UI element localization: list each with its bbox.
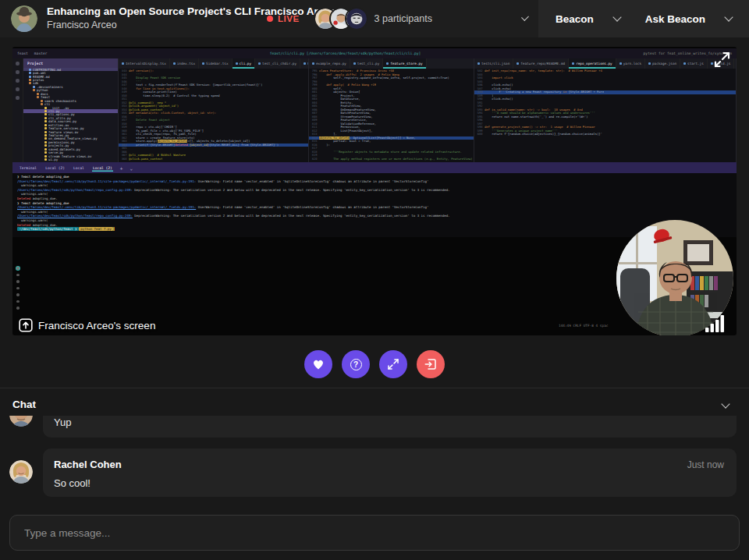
question-icon: ? — [350, 359, 362, 370]
heart-icon — [311, 357, 325, 371]
chat-message-author: Rachel Cohen — [54, 459, 122, 470]
ide-titlebar: feast master feast/cli/cli.py [/Users/fa… — [12, 48, 737, 58]
live-label: LIVE — [278, 14, 300, 23]
screen-share-video: feast master feast/cli/cli.py [/Users/fa… — [12, 47, 737, 335]
ask-beacon-menu[interactable]: Ask Beacon — [645, 13, 732, 25]
chat-avatar-rachel — [9, 460, 33, 484]
ide-file-path: feast/cli/cli.py [/Users/farceo/dev/feas… — [53, 51, 637, 55]
chat-message-text: So cool! — [54, 477, 724, 489]
stream-subtitle: Francisco Arceo — [47, 19, 256, 32]
expand-arrows-icon — [386, 357, 400, 371]
ide-main-area: Project CONTRIBUTING.mdpom.xmlREADME.mdp… — [12, 58, 737, 162]
fullscreen-button[interactable] — [379, 350, 407, 378]
message-input[interactable] — [10, 527, 739, 539]
participant-avatar-3 — [345, 7, 368, 30]
chat-message-card: Rachel Cohen Just now So cool! — [43, 448, 737, 497]
header-left-section: Enhancing an Open Source Project's CLI F… — [0, 0, 538, 37]
live-dot-icon — [267, 16, 273, 22]
chat-collapse-chevron-icon[interactable] — [721, 399, 729, 408]
terminal-plus-icon: + — [120, 165, 123, 171]
ide-terminal-bar: TerminalLocal (2)LocalLocal (2) + ⌄ — [12, 162, 737, 173]
ask-beacon-menu-label: Ask Beacon — [645, 13, 705, 25]
header-bar: Enhancing an Open Source Project's CLI F… — [0, 0, 749, 37]
title-block: Enhancing an Open Source Project's CLI F… — [47, 5, 256, 32]
stream-action-bar: ? — [0, 335, 749, 388]
host-avatar — [11, 5, 37, 32]
ide-project-name: feast — [17, 51, 28, 55]
chat-divider — [0, 388, 749, 388]
participants-chevron-down-icon[interactable] — [521, 13, 529, 21]
chat-message-text: Yup — [54, 416, 726, 428]
live-badge: LIVE — [267, 14, 300, 23]
ide-terminal-output: ❯ feast delete adopting_doe/Users/farceo… — [12, 173, 737, 237]
leave-stream-button[interactable] — [417, 350, 445, 378]
participant-avatars — [314, 7, 368, 30]
chat-title: Chat — [12, 399, 36, 410]
screen-share-icon — [19, 318, 33, 332]
video-expand-icon[interactable] — [712, 50, 732, 70]
ide-project-panel-title: Project — [23, 58, 118, 68]
leave-icon — [424, 357, 438, 371]
chat-message-list: Yup Rachel Cohen Just now So cool! — [0, 416, 749, 505]
screen-share-label-text: Francisco Arceo's screen — [38, 320, 155, 331]
beacon-menu[interactable]: Beacon — [556, 13, 620, 25]
host-avatar-image — [11, 5, 37, 32]
terminal-chevron-icon: ⌄ — [130, 165, 133, 171]
connection-signal-icon — [705, 315, 726, 332]
chat-header: Chat — [0, 394, 749, 414]
ide-terminal-tabs: TerminalLocal (2)LocalLocal (2) — [19, 165, 113, 172]
beacon-chevron-down-icon — [612, 12, 621, 21]
chat-message-card: Yup — [43, 416, 737, 438]
ide-editor-pane-3: tests/cli.jsonfeature_repo/README.mdrepo… — [474, 58, 737, 162]
message-composer — [9, 515, 740, 551]
ide-project-tree: CONTRIBUTING.mdpom.xmlREADME.mdprotossdk… — [23, 68, 118, 161]
dock-icons — [16, 267, 20, 310]
stream-title: Enhancing an Open Source Project's CLI F… — [47, 5, 256, 19]
header-right-section: Beacon Ask Beacon — [538, 0, 749, 37]
participants-count: 3 participants — [374, 13, 432, 24]
beacon-menu-label: Beacon — [556, 13, 594, 25]
ide-editor-pane-1: IntervalsDisplay.tsxindex.tsxSidebar.tsx… — [119, 58, 309, 162]
ide-activity-bar — [12, 58, 23, 162]
chat-message-time: Just now — [687, 459, 724, 470]
chat-avatar-partial — [9, 416, 33, 427]
ask-beacon-chevron-down-icon — [724, 12, 733, 21]
heart-reaction-button[interactable] — [304, 350, 332, 378]
ide-branch-name: master — [34, 51, 48, 55]
screen-share-label: Francisco Arceo's screen — [19, 318, 155, 332]
participants-group: 3 participants — [314, 7, 432, 30]
ide-project-panel: Project CONTRIBUTING.mdpom.xmlREADME.mdp… — [23, 58, 119, 162]
ide-editor-pane-2: example_repo.pytest_cli.pyfeature_store.… — [309, 58, 474, 162]
question-button[interactable]: ? — [342, 350, 370, 378]
